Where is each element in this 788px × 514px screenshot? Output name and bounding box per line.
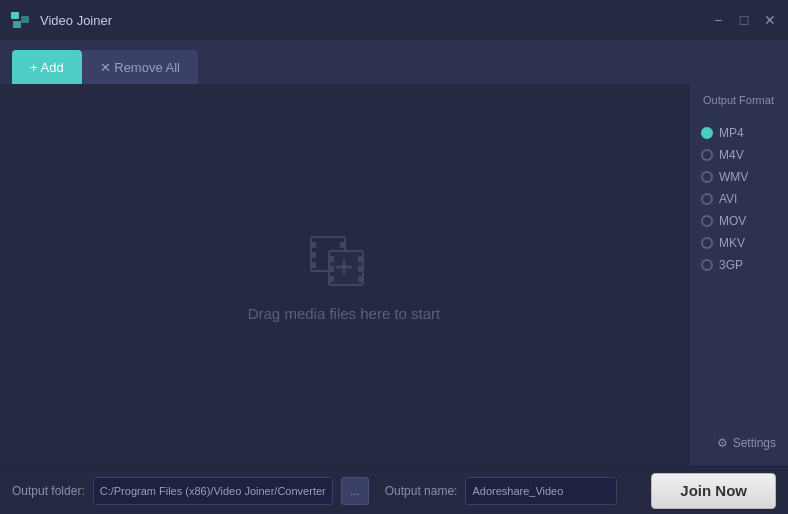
svg-rect-13 (329, 266, 334, 272)
format-label-3gp: 3GP (719, 258, 743, 272)
svg-rect-5 (340, 242, 345, 248)
format-label-wmv: WMV (719, 170, 748, 184)
format-radio-avi[interactable] (701, 193, 713, 205)
right-panel: Output Format MP4 M4V WMV AVI MOV MKV 3G… (688, 84, 788, 466)
output-format-label: Output Format (697, 94, 780, 112)
format-option-mov[interactable]: MOV (697, 210, 780, 232)
film-icon (309, 229, 379, 289)
format-label-mkv: MKV (719, 236, 745, 250)
format-label-avi: AVI (719, 192, 737, 206)
title-bar-controls: − □ ✕ (710, 12, 778, 28)
svg-rect-11 (329, 256, 334, 262)
format-radio-mov[interactable] (701, 215, 713, 227)
right-panel-spacer (697, 276, 780, 430)
format-radio-3gp[interactable] (701, 259, 713, 271)
output-folder-input[interactable] (93, 477, 333, 505)
title-bar-left: Video Joiner (10, 9, 112, 31)
format-radio-mp4[interactable] (701, 127, 713, 139)
format-option-mkv[interactable]: MKV (697, 232, 780, 254)
join-now-button[interactable]: Join Now (651, 473, 776, 509)
format-radio-m4v[interactable] (701, 149, 713, 161)
format-option-3gp[interactable]: 3GP (697, 254, 780, 276)
svg-rect-14 (358, 266, 363, 272)
svg-rect-4 (311, 242, 316, 248)
remove-all-button[interactable]: ✕ Remove All (82, 50, 198, 84)
svg-rect-2 (21, 16, 29, 23)
browse-button[interactable]: ... (341, 477, 369, 505)
app-logo (10, 9, 32, 31)
minimize-button[interactable]: − (710, 12, 726, 28)
format-label-mov: MOV (719, 214, 746, 228)
bottom-bar: Output folder: ... Output name: Join Now (0, 466, 788, 514)
svg-rect-12 (358, 256, 363, 262)
svg-rect-8 (311, 262, 316, 268)
svg-rect-0 (11, 12, 19, 19)
settings-button[interactable]: ⚙ Settings (697, 430, 780, 456)
format-option-m4v[interactable]: M4V (697, 144, 780, 166)
format-radio-mkv[interactable] (701, 237, 713, 249)
app-title: Video Joiner (40, 13, 112, 28)
format-label-mp4: MP4 (719, 126, 744, 140)
add-button[interactable]: + Add (12, 50, 82, 84)
main-content: Drag media files here to start Output Fo… (0, 84, 788, 466)
format-radio-wmv[interactable] (701, 171, 713, 183)
gear-icon: ⚙ (717, 436, 728, 450)
svg-rect-6 (311, 252, 316, 258)
format-option-wmv[interactable]: WMV (697, 166, 780, 188)
svg-rect-16 (358, 276, 363, 282)
toolbar: + Add ✕ Remove All (0, 40, 788, 84)
format-option-mp4[interactable]: MP4 (697, 122, 780, 144)
settings-label: Settings (733, 436, 776, 450)
svg-rect-1 (13, 21, 21, 28)
close-button[interactable]: ✕ (762, 12, 778, 28)
format-label-m4v: M4V (719, 148, 744, 162)
drop-zone-text: Drag media files here to start (248, 305, 441, 322)
restore-button[interactable]: □ (736, 12, 752, 28)
output-folder-label: Output folder: (12, 484, 85, 498)
output-name-input[interactable] (465, 477, 617, 505)
title-bar: Video Joiner − □ ✕ (0, 0, 788, 40)
format-option-avi[interactable]: AVI (697, 188, 780, 210)
drop-zone[interactable]: Drag media files here to start (0, 84, 688, 466)
svg-rect-15 (329, 276, 334, 282)
output-name-label: Output name: (385, 484, 458, 498)
